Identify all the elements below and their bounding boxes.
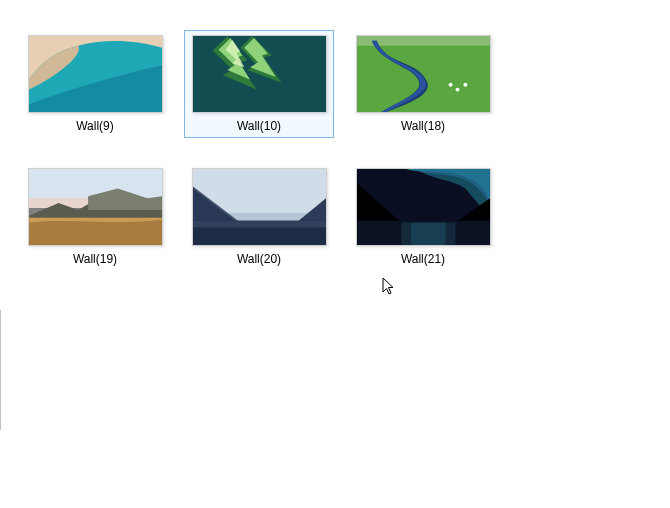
file-label: Wall(10) (237, 119, 281, 133)
thumbnail-icon (356, 168, 491, 246)
file-grid: Wall(9) Wall(10) (0, 0, 670, 302)
thumbnail-icon (192, 35, 327, 113)
svg-point-6 (455, 88, 459, 92)
file-item[interactable]: Wall(10) (184, 30, 334, 138)
file-item[interactable]: Wall(9) (20, 30, 170, 138)
file-label: Wall(21) (401, 252, 445, 266)
file-label: Wall(20) (237, 252, 281, 266)
svg-point-5 (448, 83, 452, 87)
panel-border (0, 310, 1, 430)
file-item[interactable]: Wall(20) (184, 163, 334, 271)
thumbnail-icon (28, 35, 163, 113)
thumbnail-icon (192, 168, 327, 246)
svg-point-7 (463, 83, 467, 87)
file-label: Wall(18) (401, 119, 445, 133)
file-label: Wall(9) (76, 119, 114, 133)
file-item[interactable]: Wall(21) (348, 163, 498, 271)
file-item[interactable]: Wall(18) (348, 30, 498, 138)
file-item[interactable]: Wall(19) (20, 163, 170, 271)
thumbnail-icon (28, 168, 163, 246)
thumbnail-icon (356, 35, 491, 113)
file-label: Wall(19) (73, 252, 117, 266)
